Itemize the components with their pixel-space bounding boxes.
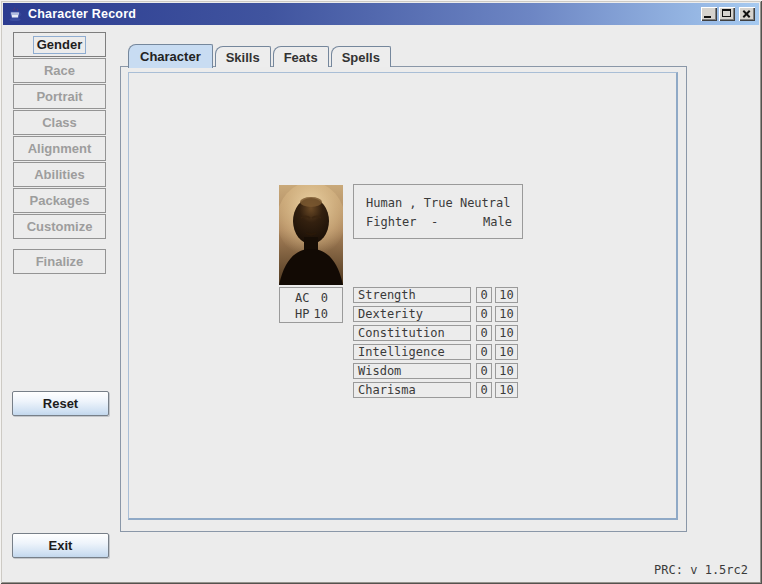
sidebar-button-alignment-label: Alignment — [28, 141, 92, 156]
version-label: PRC: v 1.5rc2 — [654, 563, 748, 577]
sidebar-button-abilities[interactable]: Abilities — [13, 162, 106, 187]
ability-modifier: 0 — [476, 325, 492, 341]
ability-score: 10 — [495, 325, 518, 341]
reset-button-label: Reset — [43, 396, 78, 411]
titlebar-controls — [701, 7, 755, 21]
tab-skills-label: Skills — [226, 50, 260, 65]
ability-score: 10 — [495, 363, 518, 379]
tab-spells-label: Spells — [342, 50, 380, 65]
character-summary-panel: Human , True Neutral Fighter - Male AC 0… — [128, 72, 678, 520]
ability-modifier: 0 — [476, 344, 492, 360]
tab-feats-label: Feats — [284, 50, 318, 65]
wizard-step-sidebar: Gender Race Portrait Class Alignment Abi… — [13, 32, 106, 275]
java-cup-icon — [7, 6, 23, 22]
sidebar-button-race[interactable]: Race — [13, 58, 106, 83]
ability-modifier: 0 — [476, 287, 492, 303]
ability-name: Wisdom — [353, 363, 471, 379]
ac-label: AC — [295, 290, 309, 306]
tab-feats[interactable]: Feats — [273, 46, 329, 67]
summary-gender: Male — [483, 213, 512, 232]
sidebar-button-packages-label: Packages — [30, 193, 90, 208]
sidebar-button-finalize[interactable]: Finalize — [13, 249, 106, 274]
ac-row: AC 0 — [295, 290, 328, 306]
reset-button[interactable]: Reset — [12, 391, 109, 416]
sidebar-button-gender-label: Gender — [33, 36, 87, 54]
character-record-window: Character Record Gender Race Portrait Cl… — [0, 0, 762, 584]
minimize-icon — [704, 16, 711, 18]
hp-row: HP 10 — [295, 306, 328, 322]
close-button[interactable] — [739, 7, 755, 21]
minimize-button[interactable] — [701, 7, 717, 21]
ability-modifier: 0 — [476, 382, 492, 398]
ability-score: 10 — [495, 306, 518, 322]
ability-modifier: 0 — [476, 306, 492, 322]
exit-button-label: Exit — [49, 538, 73, 553]
ability-modifier: 0 — [476, 363, 492, 379]
exit-button[interactable]: Exit — [12, 533, 109, 558]
character-summary-box: Human , True Neutral Fighter - Male — [353, 184, 523, 239]
tab-character-label: Character — [140, 49, 201, 64]
ability-score: 10 — [495, 382, 518, 398]
sidebar-button-abilities-label: Abilities — [34, 167, 85, 182]
sidebar-button-portrait[interactable]: Portrait — [13, 84, 106, 109]
sidebar-button-race-label: Race — [44, 63, 75, 78]
combat-stats-box: AC 0 HP 10 — [279, 287, 343, 323]
sidebar-button-customize[interactable]: Customize — [13, 214, 106, 239]
tab-bar: Character Skills Feats Spells — [128, 44, 391, 67]
hp-value: 10 — [314, 306, 328, 322]
titlebar[interactable]: Character Record — [3, 3, 759, 25]
sidebar-button-portrait-label: Portrait — [36, 89, 82, 104]
ability-score: 10 — [495, 344, 518, 360]
summary-class-gender: Fighter - Male — [366, 213, 512, 232]
tab-character[interactable]: Character — [128, 44, 213, 68]
ability-score: 10 — [495, 287, 518, 303]
sidebar-button-customize-label: Customize — [27, 219, 93, 234]
sidebar-button-finalize-label: Finalize — [36, 254, 84, 269]
character-portrait-image — [279, 185, 343, 285]
ability-name: Constitution — [353, 325, 471, 341]
ability-name: Charisma — [353, 382, 471, 398]
ability-name: Strength — [353, 287, 471, 303]
sidebar-button-class[interactable]: Class — [13, 110, 106, 135]
summary-class: Fighter - — [366, 213, 438, 232]
ac-value: 0 — [321, 290, 328, 306]
hp-label: HP — [295, 306, 309, 322]
window-title: Character Record — [28, 7, 136, 21]
tab-spells[interactable]: Spells — [331, 46, 391, 67]
sidebar-button-gender[interactable]: Gender — [13, 32, 106, 57]
tab-skills[interactable]: Skills — [215, 46, 271, 67]
ability-name: Intelligence — [353, 344, 471, 360]
sidebar-button-alignment[interactable]: Alignment — [13, 136, 106, 161]
summary-race-alignment: Human , True Neutral — [366, 194, 512, 213]
sidebar-button-packages[interactable]: Packages — [13, 188, 106, 213]
ability-name: Dexterity — [353, 306, 471, 322]
maximize-icon — [722, 9, 731, 17]
sidebar-button-class-label: Class — [42, 115, 77, 130]
maximize-button[interactable] — [719, 7, 735, 21]
